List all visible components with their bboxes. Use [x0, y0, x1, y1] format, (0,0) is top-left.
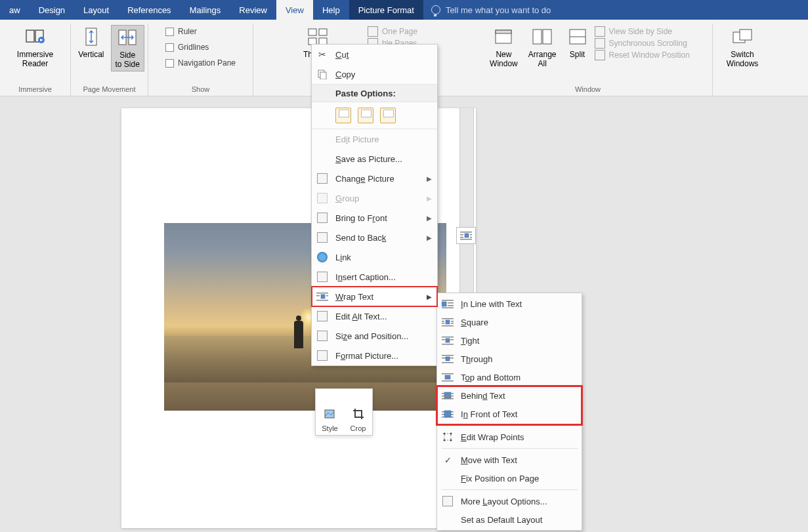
immersive-reader-button[interactable]: Immersive Reader — [13, 25, 57, 70]
group-window-label: Window — [469, 84, 707, 96]
svg-rect-52 — [446, 357, 450, 361]
wrap-tight-icon — [441, 335, 454, 346]
new-window-icon — [493, 26, 514, 47]
side-to-side-button[interactable]: Side to Side — [111, 25, 144, 72]
menu-edit-alt-text[interactable]: Edit Alt Text... — [312, 306, 437, 326]
menu-save-as-picture[interactable]: Save as Picture... — [312, 149, 437, 169]
svg-rect-44 — [442, 325, 454, 327]
vertical-icon — [81, 26, 102, 47]
wrap-square-icon — [441, 317, 454, 327]
submenu-separator — [441, 425, 578, 426]
svg-rect-17 — [740, 30, 752, 40]
wrap-text-submenu: In Line with Text Square Tight Through T… — [436, 293, 582, 531]
ruler-checkbox[interactable]: Ruler — [163, 25, 200, 38]
wrap-top-bottom[interactable]: Top and Bottom — [437, 368, 582, 386]
menu-size-and-position[interactable]: Size and Position... — [312, 326, 437, 346]
wrap-in-front-of-text[interactable]: In Front of Text — [437, 405, 582, 423]
switch-windows-button[interactable]: Switch Windows — [723, 25, 763, 70]
layout-options-button[interactable] — [456, 227, 476, 244]
menu-copy[interactable]: Copy — [312, 64, 437, 84]
paste-option-2[interactable] — [358, 108, 373, 123]
tab-draw[interactable]: aw — [0, 0, 30, 20]
navigation-pane-checkbox[interactable]: Navigation Pane — [163, 56, 238, 70]
tab-review[interactable]: Review — [230, 0, 276, 20]
tell-me-label: Tell me what you want to do — [446, 5, 551, 15]
split-button[interactable]: Split — [563, 25, 592, 60]
svg-rect-39 — [442, 321, 444, 322]
svg-rect-29 — [316, 295, 320, 297]
menu-wrap-text[interactable]: Wrap Text▶ — [312, 287, 437, 306]
svg-rect-49 — [442, 344, 454, 345]
svg-point-70 — [450, 440, 452, 441]
menu-format-picture[interactable]: Format Picture... — [312, 346, 437, 365]
svg-rect-32 — [316, 300, 328, 301]
tell-me-search[interactable]: Tell me what you want to do — [423, 0, 559, 20]
svg-rect-45 — [442, 337, 454, 338]
picture-style-button[interactable]: Style — [316, 389, 344, 435]
submenu-separator — [441, 489, 578, 490]
menu-change-picture[interactable]: Change Picture▶ — [312, 169, 437, 188]
svg-rect-65 — [444, 411, 451, 417]
checkbox-icon — [165, 28, 174, 36]
wrap-behind-icon — [441, 390, 454, 401]
lightbulb-icon — [431, 5, 440, 14]
copy-icon — [316, 69, 329, 79]
svg-rect-0 — [26, 30, 34, 42]
tab-design[interactable]: Design — [30, 0, 74, 20]
crop-button[interactable]: Crop — [344, 389, 372, 435]
one-page-button: One Page — [368, 26, 417, 37]
menu-link[interactable]: Link — [312, 247, 437, 267]
gridlines-checkbox[interactable]: Gridlines — [163, 41, 211, 54]
more-layout-options[interactable]: More Layout Options... — [437, 492, 582, 510]
menu-bring-to-front[interactable]: Bring to Front▶ — [312, 208, 437, 228]
svg-rect-61 — [442, 398, 454, 399]
picture-context-menu: ✂Cut Copy Paste Options: Edit Picture Sa… — [311, 44, 438, 366]
paste-option-3[interactable] — [380, 108, 396, 123]
svg-rect-23 — [470, 237, 472, 238]
svg-rect-12 — [533, 30, 542, 44]
svg-rect-41 — [451, 321, 454, 322]
menu-insert-caption[interactable]: Insert Caption... — [312, 267, 437, 287]
tab-help[interactable]: Help — [313, 0, 349, 20]
wrap-through-icon — [441, 354, 454, 364]
wrap-tight[interactable]: Tight — [437, 331, 582, 350]
paste-option-1[interactable] — [335, 108, 351, 123]
svg-rect-35 — [448, 302, 454, 304]
svg-rect-30 — [321, 295, 325, 298]
edit-wrap-points[interactable]: Edit Wrap Points — [437, 428, 582, 446]
svg-rect-36 — [448, 305, 454, 306]
svg-point-69 — [444, 440, 446, 441]
set-as-default-layout[interactable]: Set as Default Layout — [437, 510, 582, 529]
menu-cut[interactable]: ✂Cut — [312, 45, 437, 64]
svg-rect-59 — [442, 393, 454, 394]
wrap-through[interactable]: Through — [437, 350, 582, 368]
arrange-all-button[interactable]: Arrange All — [524, 25, 561, 70]
new-window-button[interactable]: New Window — [486, 25, 522, 70]
fix-position-on-page[interactable]: Fix Position on Page — [437, 469, 582, 487]
tab-references[interactable]: References — [118, 0, 180, 20]
format-picture-icon — [316, 350, 329, 361]
reset-position-icon — [595, 50, 605, 60]
menu-send-to-back[interactable]: Send to Back▶ — [312, 228, 437, 247]
wrap-behind-text[interactable]: Behind Text — [437, 386, 582, 405]
svg-rect-51 — [442, 358, 446, 359]
checkbox-icon — [165, 59, 174, 68]
move-with-text[interactable]: ✓Move with Text — [437, 451, 582, 469]
svg-rect-33 — [442, 300, 454, 301]
crop-label: Crop — [351, 424, 366, 432]
tab-picture-format[interactable]: Picture Format — [349, 0, 423, 20]
tab-view[interactable]: View — [276, 0, 313, 20]
wrap-square[interactable]: Square — [437, 313, 582, 331]
svg-rect-42 — [442, 323, 444, 324]
svg-rect-54 — [442, 362, 454, 363]
tab-mailings[interactable]: Mailings — [181, 0, 230, 20]
tab-layout[interactable]: Layout — [74, 0, 118, 20]
svg-rect-66 — [444, 434, 451, 440]
side-to-side-label: Side to Side — [116, 51, 140, 70]
wrap-inline[interactable]: In Line with Text — [437, 295, 582, 313]
sync-scroll-icon — [595, 38, 605, 49]
vertical-button[interactable]: Vertical — [74, 25, 108, 60]
menu-group: Group▶ — [312, 188, 437, 208]
svg-point-67 — [444, 433, 446, 435]
group-show-label: Show — [154, 84, 247, 96]
